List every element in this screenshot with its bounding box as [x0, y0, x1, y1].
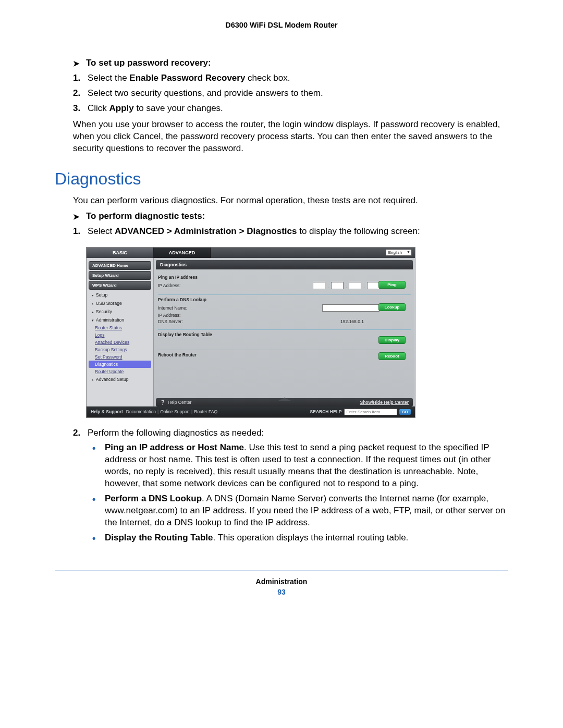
diag-intro: You can perform various diagnostics. For… [73, 195, 508, 207]
dot: . [363, 284, 365, 289]
bullet-icon: • [92, 442, 105, 490]
pwd-steps: 1. Select the Enable Password Recovery c… [73, 72, 508, 115]
tab-basic[interactable]: BASIC [87, 248, 154, 258]
t: Click [88, 103, 109, 113]
t: to save your changes. [134, 103, 223, 113]
t: Display the Routing Table [105, 533, 213, 542]
sidebar-item-setup[interactable]: Setup [87, 291, 153, 299]
ip-input-group: . . . [313, 282, 380, 289]
bullet-arrow-icon: ➤ [73, 59, 80, 68]
panel-title: Diagnostics [156, 260, 413, 269]
dot: . [327, 284, 329, 289]
main-panel: Diagnostics Ping an IP address IP Addres… [154, 258, 415, 406]
sidebar-item-usb[interactable]: USB Storage [87, 299, 153, 307]
t: ADVANCED > Administration > Diagnostics [115, 226, 297, 236]
t: Ping an IP address or Host Name [105, 442, 244, 452]
step-text: Select two security questions, and provi… [88, 88, 323, 100]
sidebar-sub-attached-devices[interactable]: Attached Devices [87, 339, 153, 346]
bullet-text: Ping an IP address or Host Name. Use thi… [105, 442, 508, 490]
pwd-paragraph: When you use your browser to access the … [73, 119, 508, 155]
internet-name-label: Internet Name: [158, 305, 231, 311]
tab-bar: BASIC ADVANCED English [87, 248, 415, 258]
language-select[interactable]: English [383, 248, 415, 258]
step-num: 1. [73, 72, 88, 84]
support-label: Help & Support [91, 409, 123, 414]
dns-ip-label: IP Address: [158, 313, 231, 318]
footer-section: Administration [55, 577, 508, 586]
sidebar-wps-wizard[interactable]: WPS Wizard [89, 281, 151, 290]
language-value: English [386, 249, 412, 256]
bullet-icon: • [92, 493, 105, 529]
display-button[interactable]: Display [378, 336, 406, 344]
diagnostics-screenshot: BASIC ADVANCED English ADVANCED Home Set… [86, 247, 415, 418]
sidebar-setup-wizard[interactable]: Setup Wizard [89, 271, 151, 280]
internet-name-input[interactable] [322, 304, 380, 312]
sidebar-advanced-home[interactable]: ADVANCED Home [89, 261, 151, 270]
lookup-button[interactable]: Lookup [378, 303, 406, 311]
sidebar-sub-backup-settings[interactable]: Backup Settings [87, 346, 153, 353]
support-link-docs[interactable]: Documentation [126, 409, 156, 414]
step-text: Select the Enable Password Recovery chec… [88, 72, 290, 84]
dns-server-label: DNS Server: [158, 319, 231, 324]
t: Select [88, 226, 115, 236]
dns-title: Perform a DNS Lookup [158, 297, 411, 302]
bullet-arrow-icon: ➤ [73, 212, 80, 221]
diag-bullets: • Ping an IP address or Host Name. Use t… [92, 442, 508, 545]
sidebar-sub-router-update[interactable]: Router Update [87, 368, 153, 375]
route-title: Display the Routing Table [158, 332, 411, 337]
step-num: 2. [73, 88, 88, 100]
diag-heading: To perform diagnostic tests: [86, 211, 205, 221]
sidebar-item-administration[interactable]: Administration [87, 316, 153, 324]
help-toggle[interactable]: Show/Hide Help Center [360, 400, 409, 405]
route-section: Display the Routing Table Display [158, 329, 411, 349]
step-num: 2. [73, 427, 88, 439]
step-text: Perform the following diagnostics as nee… [88, 427, 264, 439]
ping-button[interactable]: Ping [378, 281, 406, 289]
tab-advanced[interactable]: ADVANCED [154, 248, 211, 258]
sep: | [156, 409, 160, 414]
reboot-button[interactable]: Reboot [378, 352, 406, 360]
help-center-bar[interactable]: ❔ Help Center Show/Hide Help Center [156, 398, 413, 406]
ip-octet-input[interactable] [331, 282, 344, 289]
support-link-online[interactable]: Online Support [160, 409, 190, 414]
support-link-faq[interactable]: Router FAQ [194, 409, 217, 414]
ip-octet-input[interactable] [349, 282, 361, 289]
pwd-heading-row: ➤ To set up password recovery: [73, 58, 508, 68]
dns-server-value: 192.168.0.1 [340, 319, 364, 324]
step-num: 3. [73, 103, 88, 115]
ip-octet-input[interactable] [367, 282, 380, 289]
reboot-section: Reboot the Router Reboot [158, 350, 411, 396]
search-help-input[interactable]: Enter Search Item [344, 409, 397, 415]
footer-rule [55, 571, 508, 571]
step-text: Click Apply to save your changes. [88, 103, 223, 115]
ip-label: IP Address: [158, 283, 231, 288]
ping-title: Ping an IP address [158, 275, 411, 280]
help-icon: ❔ [160, 400, 166, 405]
t: check box. [245, 73, 290, 83]
sep: | [190, 409, 194, 414]
sidebar-item-security[interactable]: Security [87, 307, 153, 316]
dot: . [345, 284, 348, 289]
t: Enable Password Recovery [129, 73, 245, 83]
pwd-heading: To set up password recovery: [86, 58, 211, 68]
support-bar: Help & Support Documentation | Online Su… [87, 406, 415, 417]
sidebar-sub-diagnostics[interactable]: Diagnostics [89, 361, 151, 368]
reboot-title: Reboot the Router [158, 352, 411, 357]
ping-section: Ping an IP address IP Address: . . . Pin… [158, 273, 411, 293]
sidebar-sub-logs[interactable]: Logs [87, 331, 153, 339]
sidebar-sub-set-password[interactable]: Set Password [87, 353, 153, 361]
diag-steps: 1. Select ADVANCED > Administration > Di… [73, 226, 508, 238]
chevron-up-icon [277, 398, 292, 401]
step-text: Select ADVANCED > Administration > Diagn… [88, 226, 420, 238]
sidebar-sub-router-status[interactable]: Router Status [87, 324, 153, 331]
diagnostics-title: Diagnostics [55, 169, 508, 189]
t: to display the following screen: [297, 226, 420, 236]
ip-octet-input[interactable] [313, 282, 325, 289]
step-num: 1. [73, 226, 88, 238]
footer: Administration 93 [55, 577, 508, 596]
sidebar-item-advanced-setup[interactable]: Advanced Setup [87, 375, 153, 384]
go-button[interactable]: GO [399, 409, 411, 415]
help-label: Help Center [168, 400, 191, 405]
diag-steps-2: 2. Perform the following diagnostics as … [73, 427, 508, 439]
bullet-text: Display the Routing Table. This operatio… [105, 532, 408, 545]
